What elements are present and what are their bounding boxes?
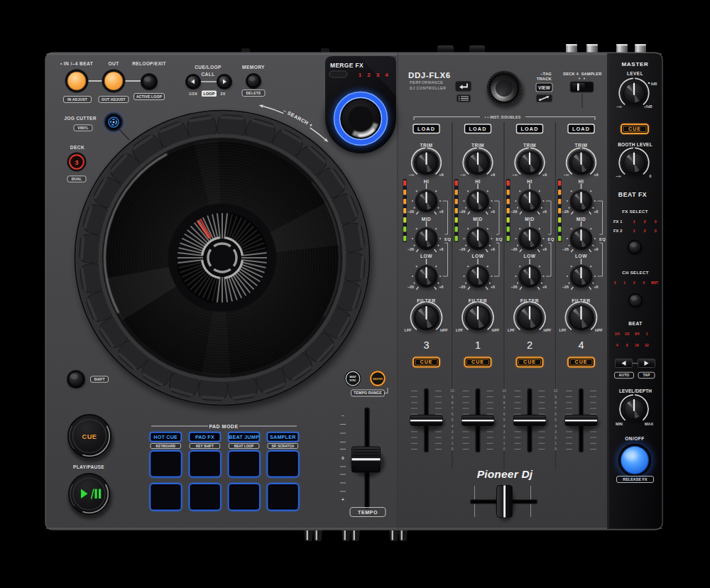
svg-text:LOAD: LOAD [572,126,590,132]
svg-text:1: 1 [623,281,626,285]
svg-text:9: 9 [555,396,557,399]
svg-text:FILTER: FILTER [520,298,539,303]
svg-text:BEAT FX: BEAT FX [618,191,647,198]
svg-text:FX 2: FX 2 [613,229,623,233]
svg-text:2: 2 [503,436,506,440]
svg-text:HPF: HPF [440,328,448,332]
svg-text:HI: HI [424,179,430,184]
svg-text:0: 0 [452,447,454,451]
svg-text:3: 3 [555,430,557,434]
svg-text:HI: HI [527,179,532,184]
svg-text:2: 2 [643,229,645,233]
svg-text:+6: +6 [542,209,547,214]
svg-text:PAD MODE: PAD MODE [209,424,238,429]
svg-text:1: 1 [475,339,481,351]
svg-text:• IN /–4 BEAT: • IN /–4 BEAT [60,61,93,66]
svg-text:LEVEL: LEVEL [627,71,643,76]
svg-text:HPF: HPF [544,328,552,332]
svg-text:0: 0 [650,174,652,178]
svg-text:3: 3 [503,430,506,434]
svg-text:3: 3 [423,339,429,351]
svg-text:5: 5 [503,418,506,422]
svg-text:TRIM: TRIM [420,143,432,148]
svg-text:+6: +6 [594,285,598,289]
svg-text:8: 8 [555,401,557,405]
svg-text:VIEW: VIEW [538,85,551,90]
svg-text:HPF: HPF [492,328,500,332]
svg-text:HOT CUE: HOT CUE [153,434,178,440]
svg-text:0: 0 [503,447,506,451]
svg-text:10: 10 [554,389,558,393]
svg-text:IN ADJUST: IN ADJUST [67,97,87,102]
svg-text:3: 3 [452,430,454,434]
svg-text:OUT: OUT [108,61,119,66]
svg-text:1: 1 [359,72,362,78]
svg-text:1: 1 [633,219,635,224]
svg-text:+6: +6 [594,209,598,214]
svg-text:2: 2 [643,219,645,224]
svg-text:MERGE FX: MERGE FX [330,62,364,69]
svg-text:2X: 2X [221,92,226,96]
svg-text:−26: −26 [408,247,414,251]
svg-text:PERFORMANCE: PERFORMANCE [410,80,443,85]
svg-text:−26: −26 [562,209,569,214]
svg-text:4: 4 [578,339,584,351]
svg-text:MASTER: MASTER [622,61,649,67]
svg-text:FILTER: FILTER [572,298,590,303]
svg-text:BEAT: BEAT [628,321,642,326]
svg-text:+9: +9 [439,173,443,177]
svg-text:1: 1 [646,332,648,336]
svg-text:CUE: CUE [628,126,641,131]
svg-text:1: 1 [555,442,557,445]
svg-text:1: 1 [633,229,635,233]
svg-text:CALL: CALL [201,72,214,77]
svg-text:DECK 4: DECK 4 [563,72,579,76]
svg-text:−26: −26 [459,247,465,251]
svg-text:4: 4 [503,425,506,428]
svg-text:10: 10 [450,389,454,393]
svg-text:BOOTH LEVEL: BOOTH LEVEL [618,142,652,147]
svg-text:5: 5 [452,418,454,422]
svg-text:8: 8 [626,344,628,347]
svg-text:CH SELECT: CH SELECT [622,271,649,275]
svg-text:−26: −26 [510,209,517,214]
svg-text:CUE: CUE [523,359,536,364]
svg-text:MID: MID [577,217,586,222]
svg-text:MST: MST [651,281,658,285]
svg-text:LOW: LOW [524,254,536,258]
svg-text:RELOOP/EXIT: RELOOP/EXIT [132,61,166,66]
svg-text:CUE: CUE [420,359,433,364]
svg-text:PLAY/PAUSE: PLAY/PAUSE [73,464,104,469]
svg-text:+9: +9 [491,173,495,177]
svg-text:ON/OFF: ON/OFF [625,436,644,441]
svg-text:FX 1: FX 1 [613,219,623,224]
svg-text:+6: +6 [542,285,547,289]
svg-text:MAX: MAX [645,422,653,426]
svg-text:LPF: LPF [559,328,567,332]
svg-text:LOOP: LOOP [203,92,214,96]
svg-text:6: 6 [503,413,506,416]
svg-text:–TAG: –TAG [540,72,552,76]
svg-text:4: 4 [452,425,454,428]
svg-text:9: 9 [452,396,454,399]
svg-text:−26: −26 [562,247,569,251]
svg-text:9: 9 [503,396,506,399]
svg-text:4: 4 [555,425,557,428]
svg-text:JOG CUTTER: JOG CUTTER [64,116,97,121]
svg-text:SYNC: SYNC [349,379,356,382]
svg-text:LPF: LPF [456,328,464,332]
svg-text:−26: −26 [408,209,414,214]
svg-text:−∞: −∞ [616,104,621,109]
svg-text:7: 7 [503,407,506,410]
svg-text:6: 6 [555,413,557,416]
svg-text:DUAL: DUAL [72,177,82,181]
svg-text:10: 10 [502,389,506,393]
svg-text:FILTER: FILTER [469,298,487,303]
svg-text:−26: −26 [562,285,569,289]
svg-text:TAP: TAP [643,373,650,377]
svg-text:EQ: EQ [599,237,606,241]
svg-text:MASTER: MASTER [373,378,383,381]
svg-text:TRIM: TRIM [523,143,536,148]
svg-text:4: 4 [643,281,645,285]
svg-text:+9: +9 [594,173,598,177]
